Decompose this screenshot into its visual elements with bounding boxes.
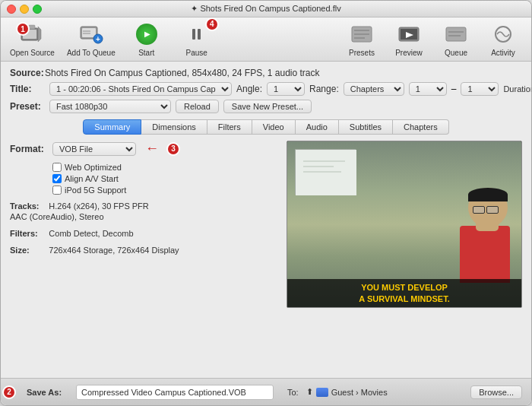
svg-marker-2 — [38, 27, 41, 42]
subtitle-line1: YOU MUST DEVELOP — [290, 282, 518, 293]
size-label: Size: — [10, 246, 46, 255]
preview-icon — [397, 22, 421, 46]
web-optimized-item: Web Optimized — [52, 163, 277, 172]
queue-icon — [444, 22, 468, 46]
size-section: Size: 726x464 Storage, 726x464 Display — [10, 245, 277, 255]
subtitle-bar: YOU MUST DEVELOP A SURVIVAL MINDSET. — [287, 279, 521, 307]
title-select[interactable]: 1 - 00:20:06 - Shots Fired On Campus Cap… — [49, 82, 232, 96]
pause-button[interactable]: 4 Pause — [178, 22, 216, 57]
summary-left: Format: VOB File ← 3 Web Optimized — [10, 141, 277, 372]
activity-icon — [491, 22, 515, 46]
start-label: Start — [138, 49, 154, 57]
angle-select[interactable]: 1 — [267, 82, 305, 96]
preset-label: Preset: — [10, 101, 45, 112]
reload-button[interactable]: Reload — [176, 100, 219, 113]
size-value: 726x464 Storage, 726x464 Display — [49, 246, 179, 255]
add-to-queue-button[interactable]: + Add To Queue — [67, 22, 116, 57]
annotation-badge-3: 3 — [166, 142, 180, 156]
preset-row: Preset: Fast 1080p30 Reload Save New Pre… — [10, 100, 522, 113]
title-label: Title: — [10, 84, 45, 94]
tab-filters[interactable]: Filters — [207, 119, 252, 135]
save-bar: 2 Save As: To: ⬆ Guest › Movies Browse..… — [1, 378, 531, 405]
svg-rect-3 — [29, 25, 35, 29]
format-row: Format: VOB File ← 3 — [10, 141, 277, 157]
summary-panel: Format: VOB File ← 3 Web Optimized — [10, 141, 522, 372]
activity-button[interactable]: Activity — [484, 22, 522, 57]
maximize-button[interactable] — [33, 5, 42, 14]
range-end-select[interactable]: 1 — [461, 82, 499, 96]
save-as-input[interactable] — [76, 385, 274, 400]
start-button[interactable]: Start — [128, 22, 166, 57]
source-label: Source: — [10, 68, 45, 78]
subtitle-line2: A SURVIVAL MINDSET. — [290, 293, 518, 304]
tab-audio[interactable]: Audio — [296, 119, 339, 135]
presets-icon — [350, 22, 374, 46]
svg-rect-21 — [296, 150, 356, 195]
person-figure — [465, 188, 510, 283]
format-label: Format: — [10, 144, 46, 154]
to-label: To: — [287, 388, 299, 397]
close-button[interactable] — [7, 5, 16, 14]
svg-text:+: + — [96, 35, 100, 43]
duration-label: Duration: — [503, 84, 531, 94]
tab-chapters[interactable]: Chapters — [393, 119, 449, 135]
tab-video[interactable]: Video — [252, 119, 296, 135]
annotation-badge-4: 4 — [205, 17, 219, 31]
filters-label: Filters: — [10, 229, 46, 238]
filters-value: Comb Detect, Decomb — [49, 229, 133, 238]
annotation-badge-1: 1 — [16, 22, 30, 36]
align-av-start-checkbox[interactable] — [52, 174, 62, 183]
presets-label: Presets — [349, 49, 375, 57]
ipod-support-item: iPod 5G Support — [52, 186, 277, 195]
range-label: Range: — [309, 84, 339, 94]
tab-subtitles[interactable]: Subtitles — [339, 119, 393, 135]
pause-label: Pause — [186, 49, 207, 57]
range-select[interactable]: Chapters — [344, 82, 404, 96]
toolbar: 1 Open Source — [1, 17, 531, 62]
folder-icon — [316, 388, 328, 397]
activity-label: Activity — [491, 49, 515, 57]
tracks-section: Tracks: H.264 (x264), 30 FPS PFRAAC (Cor… — [10, 201, 277, 222]
align-av-start-label[interactable]: Align A/V Start — [65, 174, 119, 183]
tab-dimensions[interactable]: Dimensions — [141, 119, 207, 135]
tracks-label: Tracks: — [10, 201, 46, 211]
range-dash: – — [451, 84, 457, 94]
window-title: ✦ Shots Fired On Campus Captioned.flv — [191, 4, 340, 14]
ipod-support-label[interactable]: iPod 5G Support — [65, 186, 126, 195]
annotation-arrow-3: ← — [145, 141, 159, 157]
start-icon — [135, 22, 159, 46]
preset-select[interactable]: Fast 1080p30 — [49, 100, 171, 113]
save-as-label: Save As: — [27, 388, 68, 397]
content-area: Source: Shots Fired On Campus Captioned,… — [1, 62, 531, 378]
range-start-select[interactable]: 1 — [409, 82, 447, 96]
queue-button[interactable]: Queue — [437, 22, 475, 57]
add-queue-icon: + — [79, 22, 103, 46]
tab-summary[interactable]: Summary — [83, 119, 141, 135]
filters-section: Filters: Comb Detect, Decomb — [10, 228, 277, 239]
queue-label: Queue — [445, 49, 467, 57]
video-preview: YOU MUST DEVELOP A SURVIVAL MINDSET. — [287, 141, 522, 308]
browse-button[interactable]: Browse... — [470, 385, 522, 399]
web-optimized-label[interactable]: Web Optimized — [65, 163, 122, 172]
svg-rect-5 — [82, 28, 96, 37]
angle-label: Angle: — [236, 84, 262, 94]
title-bar: ✦ Shots Fired On Campus Captioned.flv — [1, 1, 531, 17]
pause-bar-right — [198, 29, 201, 40]
ipod-support-checkbox[interactable] — [52, 186, 62, 195]
add-queue-label: Add To Queue — [67, 49, 116, 57]
format-select[interactable]: VOB File — [52, 142, 136, 156]
summary-right: YOU MUST DEVELOP A SURVIVAL MINDSET. — [287, 141, 522, 372]
align-av-start-item: Align A/V Start — [52, 174, 277, 183]
whiteboard — [295, 149, 356, 195]
presets-button[interactable]: Presets — [343, 22, 381, 57]
preview-button[interactable]: Preview — [390, 22, 428, 57]
source-row: Source: Shots Fired On Campus Captioned,… — [10, 68, 522, 78]
pause-bar-left — [192, 29, 195, 40]
destination-arrow: ⬆ — [306, 387, 313, 397]
open-source-label: Open Source — [10, 49, 55, 57]
web-optimized-checkbox[interactable] — [52, 163, 62, 172]
minimize-button[interactable] — [20, 5, 29, 14]
save-new-preset-button[interactable]: Save New Preset... — [223, 100, 312, 113]
toolbar-right: Presets Preview — [343, 22, 522, 57]
svg-rect-17 — [446, 27, 466, 41]
